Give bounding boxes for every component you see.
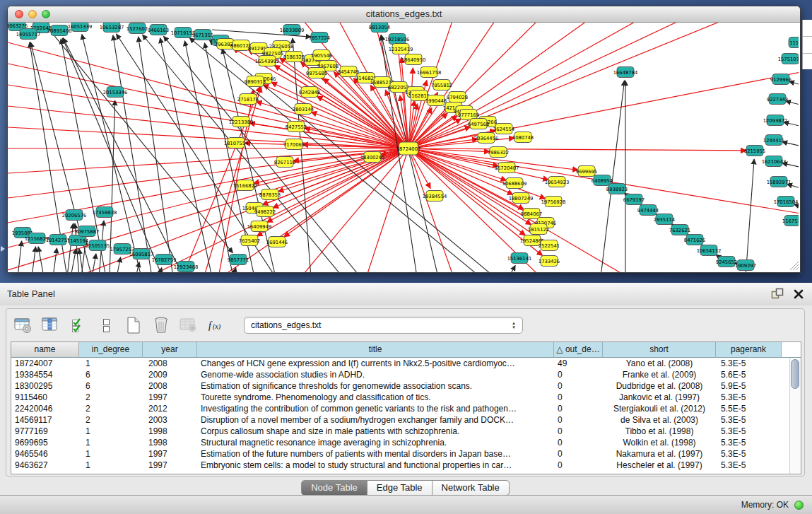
cell-name: 9115460 [11, 392, 79, 403]
cell-year: 2003 [143, 414, 197, 426]
cell-name: 14569117 [11, 414, 79, 426]
column-header-short[interactable]: short [603, 342, 716, 358]
table-row[interactable]: 1830029562008Estimation of significance … [11, 380, 801, 392]
cell-in_degree: 2 [79, 403, 143, 414]
network-edge[interactable] [408, 23, 721, 148]
canvas-resize-grip[interactable] [790, 262, 799, 270]
network-edge[interactable] [794, 204, 799, 210]
cell-pagerank: 5.3E-5 [716, 460, 782, 471]
network-edge[interactable] [787, 184, 799, 191]
cell-short: de Silva et al. (2003) [603, 414, 716, 426]
network-node-label: 14055717 [16, 32, 41, 37]
cell-out_de: 0 [554, 437, 603, 448]
node-table: namein_degreeyeartitle△ out_de…shortpage… [11, 341, 801, 474]
network-edge[interactable] [32, 247, 35, 272]
change-table-mode-button[interactable] [13, 316, 33, 334]
table-row[interactable]: 1872400712008Changes of HCN gene express… [11, 358, 801, 369]
network-table-select[interactable]: citations_edges.txt ▴▾ [244, 317, 523, 334]
delete-table-button[interactable] [151, 316, 170, 334]
network-edge[interactable] [8, 148, 408, 247]
cytoscape-app: citations_edges.txt 18724007906327612026… [0, 0, 812, 514]
network-node-label: 9227343 [767, 97, 788, 103]
table-row[interactable]: 946362711997Embryonic stem cells: a mode… [11, 460, 801, 471]
tab-edge-table[interactable]: Edge Table [367, 480, 433, 496]
network-edge[interactable] [509, 265, 515, 272]
network-edge[interactable] [746, 159, 754, 272]
table-scrollbar[interactable] [789, 358, 801, 474]
network-edge[interactable] [18, 241, 22, 272]
cell-title: Disruption of a novel member of a sodium… [197, 414, 554, 426]
table-row[interactable]: 946554611997Estimation of the future num… [11, 448, 801, 460]
table-row[interactable]: 1938455462009Genome-wide association stu… [11, 369, 801, 380]
table-row[interactable]: 977716911998Corpus callosum shape and si… [11, 426, 801, 437]
network-node-label: 1909297 [735, 263, 756, 269]
network-node-label: 16095817 [129, 252, 154, 257]
network-canvas[interactable]: 1872400790632761202648140557172089140616… [8, 23, 799, 272]
network-node-label: 8938923 [606, 187, 628, 192]
column-header-pagerank[interactable]: pagerank [716, 342, 782, 358]
network-edge[interactable] [789, 81, 799, 88]
network-edge[interactable] [8, 127, 408, 148]
network-node-label: 6497568 [468, 122, 489, 127]
network-edge[interactable] [160, 38, 212, 272]
network-edge[interactable] [782, 142, 799, 148]
tab-network-table[interactable]: Network Table [433, 480, 510, 496]
table-row[interactable]: 911546021997Tourette syndrome. Phenomeno… [11, 392, 801, 403]
network-node-label: 9875685 [306, 71, 327, 76]
float-panel-icon[interactable] [771, 288, 784, 300]
network-node-label: 12505135 [86, 243, 110, 249]
cell-year: 1998 [143, 426, 197, 437]
cell-name: 22420046 [11, 403, 79, 414]
network-edge[interactable] [53, 248, 57, 272]
network-node-label: 8186328 [283, 54, 305, 60]
function-builder-button[interactable]: f(x) [206, 316, 225, 334]
column-header-title[interactable]: title [197, 342, 554, 358]
panel-collapse-arrow-icon[interactable] [1, 246, 5, 252]
select-all-button[interactable] [69, 316, 88, 334]
cell-short: Stergiakouli et al. (2012) [603, 403, 716, 414]
network-edge[interactable] [79, 249, 83, 272]
network-edge[interactable] [71, 249, 76, 272]
column-header-out_de[interactable]: △ out_de… [554, 342, 603, 358]
network-edge[interactable] [8, 106, 408, 148]
network-edge[interactable] [408, 148, 452, 272]
network-node-label: 7986322 [488, 150, 509, 156]
network-edge[interactable] [117, 257, 121, 272]
network-node-label: 16648784 [613, 70, 638, 76]
table-row[interactable]: 1456911722003Disruption of a novel membe… [11, 414, 801, 426]
delete-column-disabled-button [179, 316, 198, 334]
network-edge[interactable] [273, 148, 408, 208]
network-node-label: 18807249 [509, 196, 534, 201]
memory-status-indicator[interactable] [794, 501, 804, 510]
network-edge[interactable] [139, 37, 173, 272]
network-node-label: 6408954 [592, 178, 613, 184]
network-window-title: citations_edges.txt [8, 6, 800, 22]
network-window-titlebar[interactable]: citations_edges.txt [8, 6, 800, 23]
network-node-label: 19384554 [423, 194, 447, 199]
clear-selection-button[interactable] [96, 316, 115, 334]
cell-in_degree: 2 [79, 414, 143, 426]
network-edge[interactable] [304, 148, 408, 272]
network-node-label: 10688609 [502, 181, 527, 187]
network-edge[interactable] [408, 23, 537, 148]
table-row[interactable]: 969969511998Structural magnetic resonanc… [11, 437, 801, 448]
network-canvas-svg[interactable]: 1872400790632761202648140557172089140616… [8, 23, 799, 272]
network-edge[interactable] [8, 148, 408, 270]
network-edge[interactable] [8, 148, 408, 173]
cell-out_de: 0 [554, 414, 603, 426]
cell-pagerank: 5.3E-5 [716, 437, 782, 448]
memory-status-label: Memory: OK [741, 500, 789, 510]
table-scrollbar-thumb[interactable] [791, 359, 799, 389]
network-node-label: 8471626 [684, 238, 705, 243]
network-edge[interactable] [67, 223, 73, 272]
column-header-name[interactable]: name [11, 342, 79, 358]
tab-node-table[interactable]: Node Table [301, 480, 367, 496]
cell-title: Changes of HCN gene expression and I(f) … [197, 358, 554, 369]
column-header-year[interactable]: year [143, 342, 197, 358]
column-header-in_degree[interactable]: in_degree [79, 342, 143, 358]
close-panel-icon[interactable] [794, 289, 804, 299]
show-columns-button[interactable] [41, 316, 60, 334]
table-row[interactable]: 2242004622012Investigating the contribut… [11, 403, 801, 414]
create-new-table-button[interactable] [124, 316, 143, 334]
network-node-label: 6794028 [447, 95, 468, 100]
